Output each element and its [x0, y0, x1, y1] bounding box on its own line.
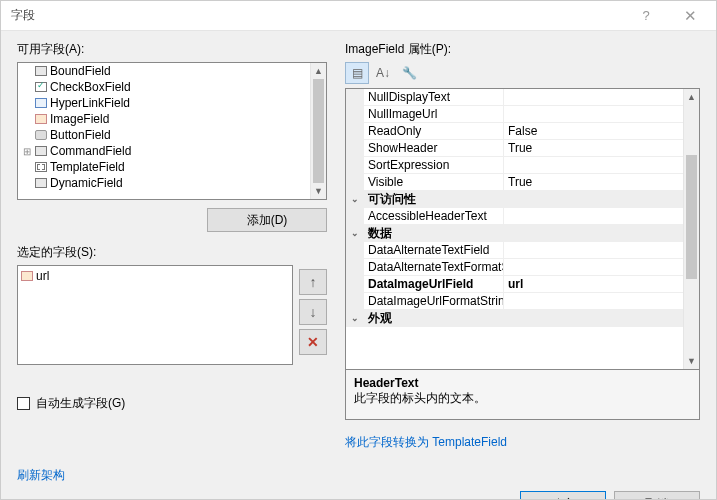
- property-name: 外观: [364, 310, 683, 326]
- property-row[interactable]: DataAlternateTextField: [346, 242, 683, 259]
- dialog-footer: 确定 取消: [1, 484, 716, 500]
- title-bar: 字段 ? ✕: [1, 1, 716, 31]
- category-row[interactable]: ⌄数据: [346, 225, 683, 242]
- field-icon: [34, 65, 48, 77]
- chevron-down-icon: [346, 157, 364, 173]
- property-row[interactable]: DataImageUrlFieldurl: [346, 276, 683, 293]
- description-panel: HeaderText 此字段的标头内的文本。: [345, 370, 700, 420]
- vertical-scrollbar[interactable]: ▲ ▼: [683, 89, 699, 369]
- list-item[interactable]: url: [20, 268, 290, 284]
- property-row[interactable]: AccessibleHeaderText: [346, 208, 683, 225]
- property-value[interactable]: True: [504, 174, 683, 190]
- selected-fields-label: 选定的字段(S):: [17, 244, 327, 261]
- property-name: ReadOnly: [364, 123, 504, 139]
- chevron-down-icon: [346, 208, 364, 224]
- category-row[interactable]: ⌄外观: [346, 310, 683, 327]
- property-grid[interactable]: NullDisplayTextNullImageUrlReadOnlyFalse…: [345, 88, 700, 370]
- field-label: CommandField: [50, 144, 131, 158]
- property-row[interactable]: NullDisplayText: [346, 89, 683, 106]
- list-item[interactable]: ImageField: [18, 111, 310, 127]
- expand-icon[interactable]: ⊞: [20, 146, 34, 157]
- available-fields-list[interactable]: BoundFieldCheckBoxFieldHyperLinkFieldIma…: [17, 62, 327, 200]
- property-row[interactable]: NullImageUrl: [346, 106, 683, 123]
- list-item[interactable]: TemplateField: [18, 159, 310, 175]
- chevron-down-icon: [346, 276, 364, 292]
- scroll-thumb[interactable]: [686, 155, 697, 279]
- scroll-up-icon[interactable]: ▲: [311, 63, 326, 79]
- move-down-button[interactable]: ↓: [299, 299, 327, 325]
- property-row[interactable]: ReadOnlyFalse: [346, 123, 683, 140]
- property-row[interactable]: ShowHeaderTrue: [346, 140, 683, 157]
- description-text: 此字段的标头内的文本。: [354, 390, 691, 407]
- help-button[interactable]: ?: [624, 2, 668, 30]
- scroll-down-icon[interactable]: ▼: [311, 183, 326, 199]
- autogen-label: 自动生成字段(G): [36, 395, 125, 412]
- cancel-button[interactable]: 取消: [614, 491, 700, 500]
- available-fields-label: 可用字段(A):: [17, 41, 327, 58]
- chevron-down-icon: [346, 259, 364, 275]
- property-value[interactable]: [504, 259, 683, 275]
- property-row[interactable]: DataImageUrlFormatString: [346, 293, 683, 310]
- property-name: DataAlternateTextFormatString: [364, 259, 504, 275]
- add-button[interactable]: 添加(D): [207, 208, 327, 232]
- close-button[interactable]: ✕: [668, 2, 712, 30]
- list-item[interactable]: DynamicField: [18, 175, 310, 191]
- field-label: DynamicField: [50, 176, 123, 190]
- property-row[interactable]: VisibleTrue: [346, 174, 683, 191]
- scroll-down-icon[interactable]: ▼: [684, 353, 699, 369]
- property-value[interactable]: True: [504, 140, 683, 156]
- list-item[interactable]: CheckBoxField: [18, 79, 310, 95]
- list-item[interactable]: ⊞CommandField: [18, 143, 310, 159]
- property-value[interactable]: [504, 293, 683, 309]
- description-title: HeaderText: [354, 376, 691, 390]
- field-icon: [34, 161, 48, 173]
- property-value[interactable]: url: [504, 276, 683, 292]
- chevron-down-icon[interactable]: ⌄: [346, 191, 364, 207]
- chevron-down-icon: [346, 106, 364, 122]
- property-row[interactable]: DataAlternateTextFormatString: [346, 259, 683, 276]
- field-icon: [34, 177, 48, 189]
- property-value[interactable]: [504, 89, 683, 105]
- property-name: NullImageUrl: [364, 106, 504, 122]
- autogen-checkbox[interactable]: [17, 397, 30, 410]
- list-item[interactable]: ButtonField: [18, 127, 310, 143]
- property-value[interactable]: [504, 157, 683, 173]
- property-name: DataImageUrlField: [364, 276, 504, 292]
- delete-button[interactable]: ✕: [299, 329, 327, 355]
- scroll-up-icon[interactable]: ▲: [684, 89, 699, 105]
- alphabetical-icon[interactable]: A↓: [371, 62, 395, 84]
- property-name: Visible: [364, 174, 504, 190]
- chevron-down-icon: [346, 89, 364, 105]
- property-value[interactable]: False: [504, 123, 683, 139]
- refresh-schema-link[interactable]: 刷新架构: [17, 468, 65, 482]
- property-name: 可访问性: [364, 191, 683, 207]
- scroll-thumb[interactable]: [313, 79, 324, 183]
- convert-link[interactable]: 将此字段转换为 TemplateField: [345, 435, 507, 449]
- field-icon: [34, 97, 48, 109]
- chevron-down-icon[interactable]: ⌄: [346, 310, 364, 326]
- field-label: CheckBoxField: [50, 80, 131, 94]
- chevron-down-icon[interactable]: ⌄: [346, 225, 364, 241]
- property-toolbar: ▤ A↓ 🔧: [345, 62, 700, 84]
- field-icon: [34, 81, 48, 93]
- ok-button[interactable]: 确定: [520, 491, 606, 500]
- chevron-down-icon: [346, 242, 364, 258]
- property-name: DataImageUrlFormatString: [364, 293, 504, 309]
- property-value[interactable]: [504, 106, 683, 122]
- field-label: ButtonField: [50, 128, 111, 142]
- vertical-scrollbar[interactable]: ▲ ▼: [310, 63, 326, 199]
- list-item[interactable]: HyperLinkField: [18, 95, 310, 111]
- category-row[interactable]: ⌄可访问性: [346, 191, 683, 208]
- property-pages-icon[interactable]: 🔧: [397, 62, 421, 84]
- property-value[interactable]: [504, 208, 683, 224]
- property-row[interactable]: SortExpression: [346, 157, 683, 174]
- list-item[interactable]: BoundField: [18, 63, 310, 79]
- chevron-down-icon: [346, 140, 364, 156]
- selected-fields-list[interactable]: url: [17, 265, 293, 365]
- categorized-icon[interactable]: ▤: [345, 62, 369, 84]
- field-icon: [34, 113, 48, 125]
- move-up-button[interactable]: ↑: [299, 269, 327, 295]
- image-field-icon: [20, 270, 34, 282]
- property-value[interactable]: [504, 242, 683, 258]
- properties-label: ImageField 属性(P):: [345, 41, 700, 58]
